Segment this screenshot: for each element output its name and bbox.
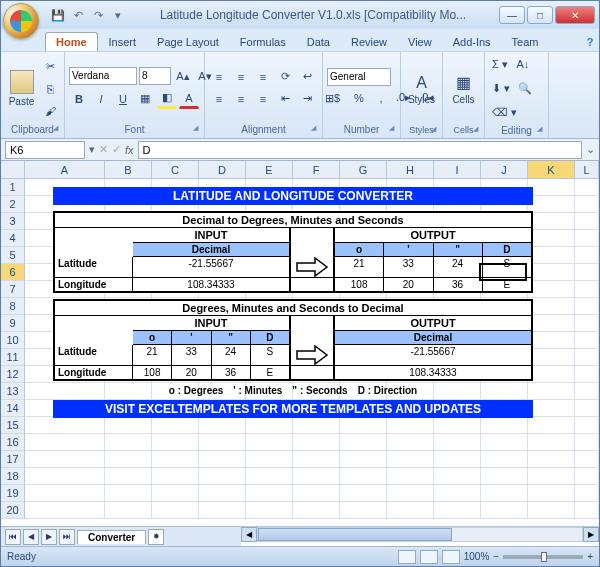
tab-view[interactable]: View — [398, 33, 442, 51]
row-8[interactable]: 8 — [1, 298, 25, 315]
first-sheet-icon[interactable]: ⏮ — [5, 529, 21, 545]
bold-button[interactable]: B — [69, 89, 89, 109]
view-layout-icon[interactable] — [420, 550, 438, 564]
indent-left-icon[interactable]: ⇤ — [275, 89, 295, 109]
fill-color-icon[interactable]: ◧ — [157, 89, 177, 109]
col-A[interactable]: A — [25, 161, 105, 179]
last-sheet-icon[interactable]: ⏭ — [59, 529, 75, 545]
minimize-button[interactable]: — — [499, 6, 525, 24]
b2-lon-input[interactable]: 108 20 36 E — [133, 366, 291, 379]
sheet-tab-converter[interactable]: Converter — [77, 530, 146, 544]
row-7[interactable]: 7 — [1, 281, 25, 298]
row-13[interactable]: 13 — [1, 383, 25, 400]
zoom-level[interactable]: 100% — [464, 551, 490, 562]
align-center-icon[interactable]: ≡ — [231, 89, 251, 109]
row-18[interactable]: 18 — [1, 468, 25, 485]
col-B[interactable]: B — [105, 161, 152, 179]
border-icon[interactable]: ▦ — [135, 89, 155, 109]
row-15[interactable]: 15 — [1, 417, 25, 434]
b2-lat-input[interactable]: 21 33 24 S — [133, 345, 291, 365]
row-9[interactable]: 9 — [1, 315, 25, 332]
format-painter-icon[interactable]: 🖌 — [40, 101, 60, 121]
close-button[interactable]: ✕ — [555, 6, 595, 24]
tab-team[interactable]: Team — [502, 33, 549, 51]
align-left-icon[interactable]: ≡ — [209, 89, 229, 109]
row-16[interactable]: 16 — [1, 434, 25, 451]
number-format-combo[interactable]: General — [327, 68, 391, 86]
font-size-combo[interactable]: 8 — [139, 67, 171, 85]
maximize-button[interactable]: □ — [527, 6, 553, 24]
row-12[interactable]: 12 — [1, 366, 25, 383]
autosum-icon[interactable]: Σ ▾ — [489, 54, 511, 74]
styles-button[interactable]: A Styles — [405, 59, 438, 119]
b1-lat-input[interactable]: -21.55667 — [133, 257, 291, 277]
grow-font-icon[interactable]: A▴ — [173, 67, 193, 87]
tab-addins[interactable]: Add-Ins — [443, 33, 501, 51]
col-D[interactable]: D — [199, 161, 246, 179]
percent-icon[interactable]: % — [349, 88, 369, 108]
zoom-slider[interactable] — [503, 555, 583, 559]
currency-icon[interactable]: $ — [327, 88, 347, 108]
row-4[interactable]: 4 — [1, 230, 25, 247]
font-name-combo[interactable]: Verdana — [69, 67, 137, 85]
view-normal-icon[interactable] — [398, 550, 416, 564]
col-I[interactable]: I — [434, 161, 481, 179]
row-2[interactable]: 2 — [1, 196, 25, 213]
row-1[interactable]: 1 — [1, 179, 25, 196]
worksheet[interactable]: LATITUDE AND LONGITUDE CONVERTER Decimal… — [25, 179, 599, 526]
wrap-text-icon[interactable]: ↩ — [297, 67, 317, 87]
col-K[interactable]: K — [528, 161, 575, 179]
save-icon[interactable]: 💾 — [49, 6, 67, 24]
align-middle-icon[interactable]: ≡ — [231, 67, 251, 87]
formula-bar[interactable] — [138, 141, 582, 159]
name-box[interactable]: K6 — [5, 141, 85, 159]
cancel-formula-icon[interactable]: ✕ — [99, 143, 108, 156]
tab-page-layout[interactable]: Page Layout — [147, 33, 229, 51]
orientation-icon[interactable]: ⟳ — [275, 67, 295, 87]
col-L[interactable]: L — [575, 161, 599, 179]
help-icon[interactable]: ? — [581, 33, 599, 51]
cells-button[interactable]: ▦ Cells — [447, 59, 480, 119]
sort-icon[interactable]: A↓ — [513, 54, 533, 74]
scroll-right-icon[interactable]: ▶ — [583, 527, 599, 542]
fill-icon[interactable]: ⬇ ▾ — [489, 78, 513, 98]
row-14[interactable]: 14 — [1, 400, 25, 417]
zoom-out-icon[interactable]: − — [493, 551, 499, 562]
col-F[interactable]: F — [293, 161, 340, 179]
fx-icon[interactable]: fx — [125, 144, 134, 156]
qat-more-icon[interactable]: ▾ — [109, 6, 127, 24]
row-20[interactable]: 20 — [1, 502, 25, 519]
tab-home[interactable]: Home — [45, 32, 98, 51]
col-C[interactable]: C — [152, 161, 199, 179]
next-sheet-icon[interactable]: ▶ — [41, 529, 57, 545]
col-E[interactable]: E — [246, 161, 293, 179]
align-top-icon[interactable]: ≡ — [209, 67, 229, 87]
find-icon[interactable]: 🔍 — [515, 78, 535, 98]
indent-right-icon[interactable]: ⇥ — [297, 89, 317, 109]
redo-icon[interactable]: ↷ — [89, 6, 107, 24]
expand-formula-icon[interactable]: ⌄ — [586, 143, 595, 156]
paste-button[interactable]: Paste — [5, 59, 38, 119]
underline-button[interactable]: U — [113, 89, 133, 109]
row-10[interactable]: 10 — [1, 332, 25, 349]
row-19[interactable]: 19 — [1, 485, 25, 502]
comma-icon[interactable]: , — [371, 88, 391, 108]
scroll-left-icon[interactable]: ◀ — [241, 527, 257, 542]
tab-data[interactable]: Data — [297, 33, 340, 51]
row-11[interactable]: 11 — [1, 349, 25, 366]
align-right-icon[interactable]: ≡ — [253, 89, 273, 109]
undo-icon[interactable]: ↶ — [69, 6, 87, 24]
row-5[interactable]: 5 — [1, 247, 25, 264]
horizontal-scrollbar[interactable]: ◀ ▶ — [241, 526, 599, 542]
copy-icon[interactable]: ⎘ — [40, 79, 60, 99]
italic-button[interactable]: I — [91, 89, 111, 109]
zoom-in-icon[interactable]: + — [587, 551, 593, 562]
prev-sheet-icon[interactable]: ◀ — [23, 529, 39, 545]
cut-icon[interactable]: ✂ — [40, 57, 60, 77]
col-H[interactable]: H — [387, 161, 434, 179]
row-3[interactable]: 3 — [1, 213, 25, 230]
select-all-corner[interactable] — [1, 161, 25, 179]
tab-formulas[interactable]: Formulas — [230, 33, 296, 51]
new-sheet-icon[interactable]: ✸ — [148, 529, 164, 545]
office-button[interactable] — [3, 3, 39, 39]
